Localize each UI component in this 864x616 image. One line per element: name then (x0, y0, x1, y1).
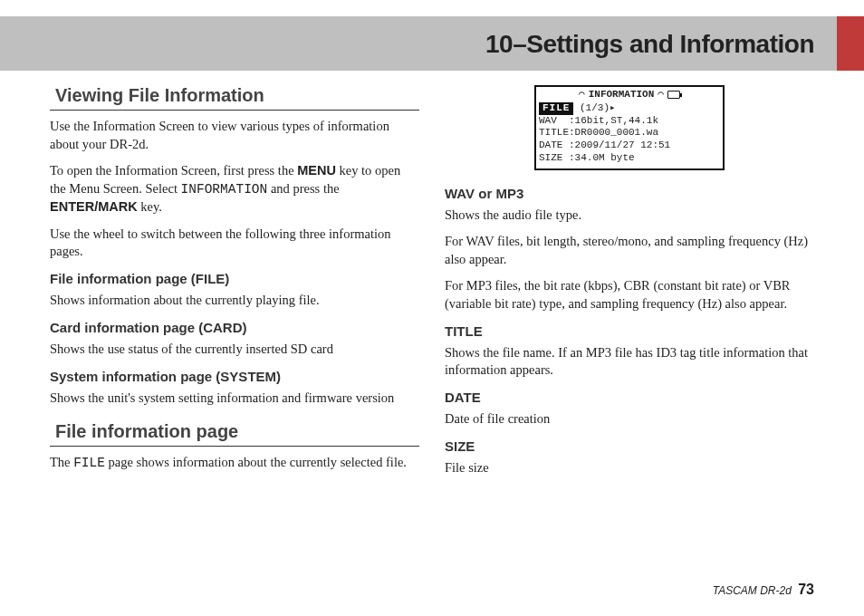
paragraph: File size (445, 459, 814, 477)
mono-file: FILE (73, 456, 105, 470)
paragraph: Shows the audio file type. (445, 207, 814, 225)
heading-system-info-page: System information page (SYSTEM) (50, 368, 419, 386)
manual-page: 10–Settings and Information Viewing File… (0, 0, 864, 616)
lcd-arc-left: ⌒ (579, 89, 585, 101)
left-column: Viewing File Information Use the Informa… (50, 82, 419, 571)
lcd-row-date: DATE :2009/11/27 12:51 (539, 140, 720, 152)
chapter-title: 10–Settings and Information (50, 30, 814, 59)
paragraph: Shows the file name. If an MP3 file has … (445, 344, 814, 380)
right-column: ⌒ INFORMATION ⌒ FILE (1/3)▸ WAV :16bit,S… (445, 82, 814, 571)
lcd-row-size: SIZE :34.0M byte (539, 152, 720, 165)
lcd-title: INFORMATION (589, 89, 655, 101)
lcd-tab-row: FILE (1/3)▸ (539, 102, 720, 115)
text: The (50, 455, 73, 469)
lcd-tab-file: FILE (539, 102, 573, 115)
paragraph: For WAV files, bit length, stereo/mono, … (445, 233, 814, 268)
paragraph: Shows the use status of the currently in… (50, 341, 419, 359)
heading-card-info-page: Card information page (CARD) (50, 319, 419, 337)
lcd-screenshot: ⌒ INFORMATION ⌒ FILE (1/3)▸ WAV :16bit,S… (445, 85, 814, 170)
heading-file-information-page: File information page (50, 419, 419, 447)
text: page shows information about the current… (105, 455, 407, 469)
key-menu: MENU (297, 163, 336, 178)
paragraph: Date of file creation (445, 410, 814, 428)
paragraph: For MP3 files, the bit rate (kbps), CBR … (445, 277, 814, 313)
text: To open the Information Screen, first pr… (50, 163, 297, 178)
paragraph: Use the wheel to switch between the foll… (50, 226, 419, 261)
paragraph: Shows the unit's system setting informat… (50, 390, 419, 408)
heading-size: SIZE (445, 438, 814, 456)
paragraph: The FILE page shows information about th… (50, 454, 419, 473)
page-footer: TASCAM DR-2d 73 (713, 582, 814, 598)
content-columns: Viewing File Information Use the Informa… (50, 82, 814, 571)
text: key. (138, 199, 162, 214)
lcd-row-title: TITLE:DR0000_0001.wa (539, 127, 720, 140)
footer-brand: TASCAM DR-2d (713, 584, 792, 597)
heading-date: DATE (445, 389, 814, 407)
lcd-tab-index: (1/3) (580, 102, 610, 113)
lcd-screen: ⌒ INFORMATION ⌒ FILE (1/3)▸ WAV :16bit,S… (534, 85, 725, 170)
battery-icon (667, 91, 680, 99)
heading-viewing-file-information: Viewing File Information (50, 83, 419, 111)
paragraph: To open the Information Screen, first pr… (50, 162, 419, 217)
lcd-title-row: ⌒ INFORMATION ⌒ (539, 89, 720, 101)
heading-wav-or-mp3: WAV or MP3 (445, 185, 814, 203)
heading-file-info-page: File information page (FILE) (50, 270, 419, 288)
key-enter-mark: ENTER/MARK (50, 199, 138, 214)
paragraph: Shows information about the currently pl… (50, 292, 419, 310)
menu-item-information: INFORMATION (181, 182, 268, 197)
page-number: 73 (798, 582, 814, 597)
header-red-tab (837, 16, 864, 71)
heading-title: TITLE (445, 322, 814, 341)
lcd-arc-right: ⌒ (658, 89, 664, 101)
text: and press the (267, 181, 339, 196)
lcd-row-wav: WAV :16bit,ST,44.1k (539, 115, 720, 128)
paragraph: Use the Information Screen to view vario… (50, 118, 419, 153)
